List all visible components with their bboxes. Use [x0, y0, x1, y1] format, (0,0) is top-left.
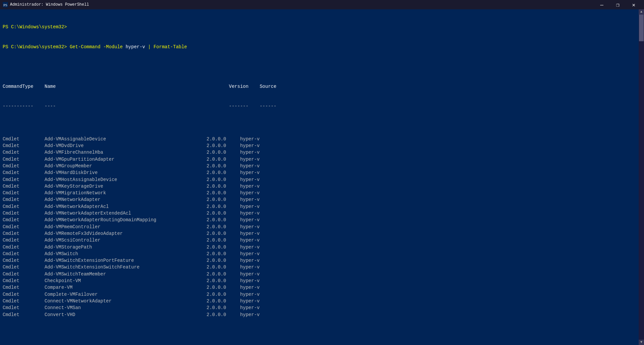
row-source: hyper-v — [240, 224, 260, 230]
row-version: 2.0.0.0 — [206, 257, 240, 264]
row-name: Add-VMPmemController — [45, 224, 206, 230]
row-name: Add-VMAssignableDevice — [45, 136, 206, 142]
row-name: Add-VMMigrationNetwork — [45, 190, 206, 196]
table-row: Cmdlet Add-VMDvdDrive 2.0.0.0 hyper-v — [3, 142, 641, 149]
row-type: Cmdlet — [3, 183, 45, 190]
header-commandtype: CommandType — [3, 83, 33, 90]
row-version: 2.0.0.0 — [206, 210, 240, 217]
row-name: Convert-VHD — [45, 311, 206, 318]
svg-text:PS: PS — [3, 3, 7, 7]
row-version: 2.0.0.0 — [206, 196, 240, 203]
row-type: Cmdlet — [3, 264, 45, 270]
row-type: Cmdlet — [3, 277, 45, 284]
row-source: hyper-v — [240, 264, 260, 270]
row-source: hyper-v — [240, 237, 260, 244]
row-source: hyper-v — [240, 196, 260, 203]
row-version: 2.0.0.0 — [206, 244, 240, 251]
row-type: Cmdlet — [3, 311, 45, 318]
window-title: Administrador: Windows PowerShell — [10, 2, 594, 7]
row-source: hyper-v — [240, 298, 260, 304]
row-type: Cmdlet — [3, 257, 45, 264]
row-source: hyper-v — [240, 169, 260, 176]
row-name: Add-VMNetworkAdapterRoutingDomainMapping — [45, 217, 206, 223]
row-name: Add-VMGroupMember — [45, 163, 206, 169]
row-version: 2.0.0.0 — [206, 284, 240, 291]
row-source: hyper-v — [240, 291, 260, 298]
row-version: 2.0.0.0 — [206, 271, 240, 277]
row-source: hyper-v — [240, 136, 260, 142]
row-type: Cmdlet — [3, 136, 45, 142]
row-type: Cmdlet — [3, 237, 45, 244]
row-version: 2.0.0.0 — [206, 136, 240, 142]
row-type: Cmdlet — [3, 224, 45, 230]
scroll-down-arrow[interactable]: ▼ — [639, 340, 644, 345]
row-source: hyper-v — [240, 142, 260, 149]
close-button[interactable]: ✕ — [626, 0, 641, 9]
scrollbar-thumb[interactable] — [639, 15, 644, 41]
table-row: Cmdlet Add-VMAssignableDevice 2.0.0.0 hy… — [3, 136, 641, 142]
row-version: 2.0.0.0 — [206, 311, 240, 318]
row-source: hyper-v — [240, 176, 260, 183]
row-version: 2.0.0.0 — [206, 304, 240, 311]
row-name: Add-VMRemoteFx3dVideoAdapter — [45, 230, 206, 237]
row-version: 2.0.0.0 — [206, 203, 240, 210]
row-version: 2.0.0.0 — [206, 163, 240, 169]
minimize-button[interactable]: — — [594, 0, 609, 9]
table-row: Cmdlet Convert-VHD 2.0.0.0 hyper-v — [3, 311, 641, 318]
header-source: Source — [260, 83, 276, 90]
table-row: Cmdlet Checkpoint-VM 2.0.0.0 hyper-v — [3, 277, 641, 284]
table-row: Cmdlet Complete-VMFailover 2.0.0.0 hyper… — [3, 291, 641, 298]
separator-line: ----------- ---- ------- ------ — [3, 103, 641, 109]
row-type: Cmdlet — [3, 176, 45, 183]
row-source: hyper-v — [240, 149, 260, 156]
row-type: Cmdlet — [3, 271, 45, 277]
row-version: 2.0.0.0 — [206, 291, 240, 298]
row-source: hyper-v — [240, 163, 260, 169]
row-source: hyper-v — [240, 156, 260, 163]
row-name: Add-VMFibreChannelHba — [45, 149, 206, 156]
row-source: hyper-v — [240, 251, 260, 257]
row-name: Add-VMHostAssignableDevice — [45, 176, 206, 183]
title-bar: PS Administrador: Windows PowerShell — ❐… — [0, 0, 644, 9]
row-source: hyper-v — [240, 210, 260, 217]
row-type: Cmdlet — [3, 156, 45, 163]
table-row: Cmdlet Add-VMRemoteFx3dVideoAdapter 2.0.… — [3, 230, 641, 237]
row-type: Cmdlet — [3, 190, 45, 196]
row-version: 2.0.0.0 — [206, 176, 240, 183]
table-row: Cmdlet Add-VMSwitchExtensionPortFeature … — [3, 257, 641, 264]
row-source: hyper-v — [240, 257, 260, 264]
table-row: Cmdlet Connect-VMNetworkAdapter 2.0.0.0 … — [3, 298, 641, 304]
scrollbar[interactable]: ▲ ▼ — [639, 9, 644, 345]
row-name: Add-VMNetworkAdapterAcl — [45, 203, 206, 210]
table-row: Cmdlet Add-VMPmemController 2.0.0.0 hype… — [3, 224, 641, 230]
scrollbar-track[interactable] — [639, 15, 644, 340]
row-version: 2.0.0.0 — [206, 149, 240, 156]
table-row: Cmdlet Add-VMFibreChannelHba 2.0.0.0 hyp… — [3, 149, 641, 156]
row-type: Cmdlet — [3, 169, 45, 176]
format-table: Format-Table — [154, 44, 187, 50]
sep-commandtype: ----------- — [3, 103, 33, 109]
sep-version: ------- — [229, 103, 249, 109]
prompt-2: PS C:\Windows\system32> — [3, 44, 67, 50]
row-name: Add-VMKeyStorageDrive — [45, 183, 206, 190]
row-name: Add-VMStoragePath — [45, 244, 206, 251]
scroll-up-arrow[interactable]: ▲ — [639, 9, 644, 15]
row-version: 2.0.0.0 — [206, 264, 240, 270]
row-name: Add-VMSwitchExtensionPortFeature — [45, 257, 206, 264]
row-name: Add-VMHardDiskDrive — [45, 169, 206, 176]
terminal-body[interactable]: PS C:\Windows\system32> PS C:\Windows\sy… — [0, 9, 644, 345]
row-version: 2.0.0.0 — [206, 277, 240, 284]
row-version: 2.0.0.0 — [206, 224, 240, 230]
table-row: Cmdlet Add-VMSwitchTeamMember 2.0.0.0 hy… — [3, 271, 641, 277]
row-name: Add-VMDvdDrive — [45, 142, 206, 149]
row-type: Cmdlet — [3, 244, 45, 251]
table-row: Cmdlet Compare-VM 2.0.0.0 hyper-v — [3, 284, 641, 291]
row-source: hyper-v — [240, 277, 260, 284]
row-version: 2.0.0.0 — [206, 169, 240, 176]
table-row: Cmdlet Add-VMMigrationNetwork 2.0.0.0 hy… — [3, 190, 641, 196]
maximize-button[interactable]: ❐ — [610, 0, 625, 9]
row-type: Cmdlet — [3, 304, 45, 311]
row-source: hyper-v — [240, 230, 260, 237]
header-line: CommandType Name Version Source — [3, 83, 641, 90]
row-version: 2.0.0.0 — [206, 217, 240, 223]
